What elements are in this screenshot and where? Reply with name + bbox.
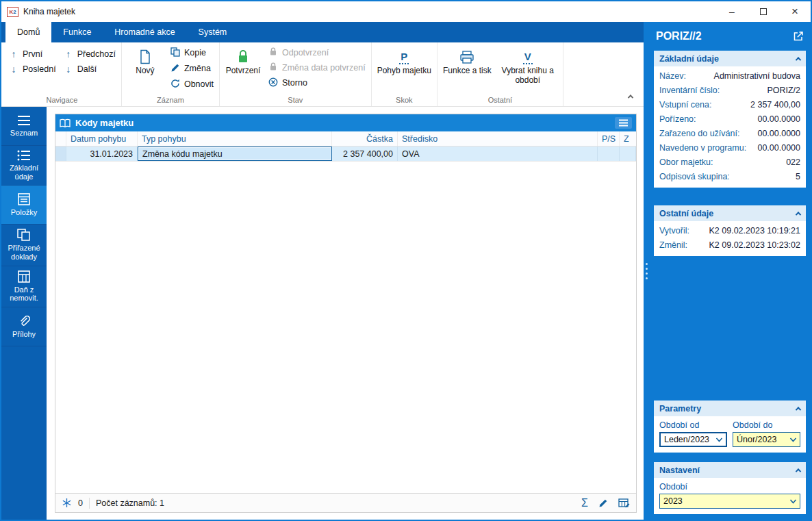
change-label: Změna — [184, 64, 211, 73]
period-from-select[interactable]: Leden/2023 — [659, 432, 727, 447]
edit-pencil-button[interactable] — [598, 498, 608, 508]
dropdown-icon — [715, 436, 723, 444]
storno-button[interactable]: Storno — [268, 77, 366, 88]
panel-title: Kódy majetku — [75, 118, 134, 128]
external-link-icon — [793, 31, 804, 42]
tab-hromadne-akce[interactable]: Hromadné akce — [103, 22, 186, 42]
section-title: Základní údaje — [659, 54, 719, 64]
section-parametry: Parametry Období od Leden/2023 Období do — [654, 401, 806, 453]
cell-center[interactable]: OVA — [398, 147, 598, 161]
change-confirm-date-button: Změna data potvrzení — [268, 62, 366, 73]
previous-button[interactable]: ↑ Předchozí — [63, 49, 116, 59]
detail-list-icon — [17, 150, 31, 161]
paperclip-icon — [18, 315, 30, 327]
sidebar-item-dan-z-nemovit[interactable]: Daň z nemovit. — [1, 266, 47, 307]
cell-z[interactable] — [620, 147, 636, 161]
cell-ps[interactable] — [598, 147, 620, 161]
book-icon — [60, 118, 71, 128]
field-vstupni-cena: Vstupní cena:2 357 400,00 — [659, 97, 800, 112]
jump-p-icon: P — [399, 47, 409, 64]
select-v-icon: V — [523, 47, 533, 64]
next-button[interactable]: ↓ Další — [63, 64, 116, 74]
table-row[interactable]: 31.01.2023 Změna kódu majetku 2 357 400,… — [55, 147, 636, 162]
close-button[interactable]: × — [779, 1, 811, 22]
sum-button[interactable]: Σ — [581, 498, 588, 509]
cell-amount[interactable]: 2 357 400,00 — [332, 147, 398, 161]
panel-menu-button[interactable] — [615, 117, 632, 129]
maximize-icon — [760, 8, 767, 15]
cell-type[interactable]: Změna kódu majetku — [138, 147, 332, 161]
column-castka[interactable]: Částka — [332, 131, 398, 146]
section-header-ostatni-udaje[interactable]: Ostatní údaje — [654, 205, 806, 221]
flag-count: 0 — [78, 498, 83, 508]
column-stredisko[interactable]: Středisko — [398, 131, 598, 146]
column-typ-pohybu[interactable]: Typ pohybu — [138, 131, 332, 146]
change-confirm-date-label: Změna data potvrzení — [282, 63, 366, 73]
section-header-nastaveni[interactable]: Nastavení — [654, 462, 806, 478]
select-book-period-button[interactable]: V Vybrat knihu a období — [498, 45, 557, 86]
table-settings-button[interactable] — [618, 498, 630, 508]
snowflake-icon — [62, 498, 72, 508]
section-title: Ostatní údaje — [659, 209, 713, 218]
field-navedeno: Navedeno v programu:00.00.0000 — [659, 140, 800, 155]
period-select[interactable]: 2023 — [659, 494, 800, 509]
sidebar-item-zakladni-udaje[interactable]: Základní údaje — [1, 146, 47, 186]
arrow-up-bar-icon: ↑ — [8, 49, 19, 59]
content-row: Seznam Základní údaje Položky Přiřazené … — [1, 107, 644, 520]
main-area: Kódy majetku Datum pohybu Typ pohybu Čás… — [47, 107, 644, 520]
right-panel: PORIZ//2 Základní údaje Název:Administra… — [649, 22, 811, 520]
grid-empty-area[interactable] — [55, 162, 636, 493]
new-button[interactable]: Nový — [127, 45, 163, 76]
refresh-button[interactable]: Obnovit — [170, 79, 214, 90]
copy-icon — [170, 47, 181, 58]
storno-label: Storno — [282, 78, 307, 88]
section-gap — [649, 453, 811, 462]
chevron-up-icon — [628, 94, 633, 100]
section-header-zakladni-udaje[interactable]: Základní údaje — [654, 51, 806, 66]
dropdown-icon — [789, 498, 797, 505]
panel-splitter[interactable] — [644, 22, 649, 520]
arrow-down-bar-icon: ↓ — [8, 64, 19, 74]
cell-date[interactable]: 31.01.2023 — [66, 147, 138, 161]
last-button[interactable]: ↓ Poslední — [8, 64, 56, 74]
tab-funkce[interactable]: Funkce — [51, 22, 103, 42]
field-zarazeno: Zařazeno do užívání:00.00.0000 — [659, 126, 800, 140]
ribbon-tabbar: Domů Funkce Hromadné akce Systém — [1, 22, 644, 42]
tab-domu[interactable]: Domů — [5, 22, 51, 42]
confirm-button[interactable]: Potvrzení — [225, 45, 261, 76]
period-to-label: Období do — [733, 420, 800, 430]
period-to-select[interactable]: Únor/2023 — [733, 432, 800, 447]
refresh-label: Obnovit — [184, 79, 214, 89]
sidebar-item-prirazene-doklady[interactable]: Přiřazené doklady — [1, 225, 47, 266]
group-label-navigace: Navigace — [8, 95, 116, 106]
group-label-skok: Skok — [377, 95, 431, 106]
copy-button[interactable]: Kopie — [170, 47, 214, 58]
sidebar-item-seznam[interactable]: Seznam — [1, 107, 47, 146]
column-datum-pohybu[interactable]: Datum pohybu — [66, 131, 138, 146]
form-icon — [18, 193, 30, 205]
column-ps[interactable]: P/S — [598, 131, 620, 146]
confirm-label: Potvrzení — [226, 66, 261, 76]
column-marker[interactable] — [55, 131, 66, 146]
panel-spacer — [649, 256, 811, 401]
sidebar-item-prilohy[interactable]: Přílohy — [1, 307, 47, 346]
change-button[interactable]: Změna — [170, 63, 214, 74]
open-record-button[interactable] — [793, 31, 804, 42]
field-odpisova-skupina: Odpisová skupina:5 — [659, 169, 800, 183]
ribbon-collapse-button[interactable] — [626, 92, 635, 101]
new-label: Nový — [136, 66, 154, 76]
asset-movement-button[interactable]: P Pohyb majetku — [377, 45, 431, 76]
column-z[interactable]: Z — [620, 131, 636, 146]
last-label: Poslední — [23, 64, 56, 74]
field-porizeno: Pořízeno:00.00.0000 — [659, 112, 800, 126]
record-count: Počet záznamů: 1 — [96, 498, 164, 508]
group-label-stav: Stav — [225, 95, 366, 106]
minimize-button[interactable]: – — [716, 1, 748, 22]
sidebar-item-polozky[interactable]: Položky — [1, 186, 47, 225]
first-button[interactable]: ↑ První — [8, 49, 56, 59]
section-header-parametry[interactable]: Parametry — [654, 401, 806, 416]
maximize-button[interactable] — [748, 1, 779, 22]
arrow-down-icon: ↓ — [63, 64, 74, 74]
tab-system[interactable]: Systém — [187, 22, 239, 42]
functions-print-button[interactable]: Funkce a tisk — [443, 45, 492, 76]
